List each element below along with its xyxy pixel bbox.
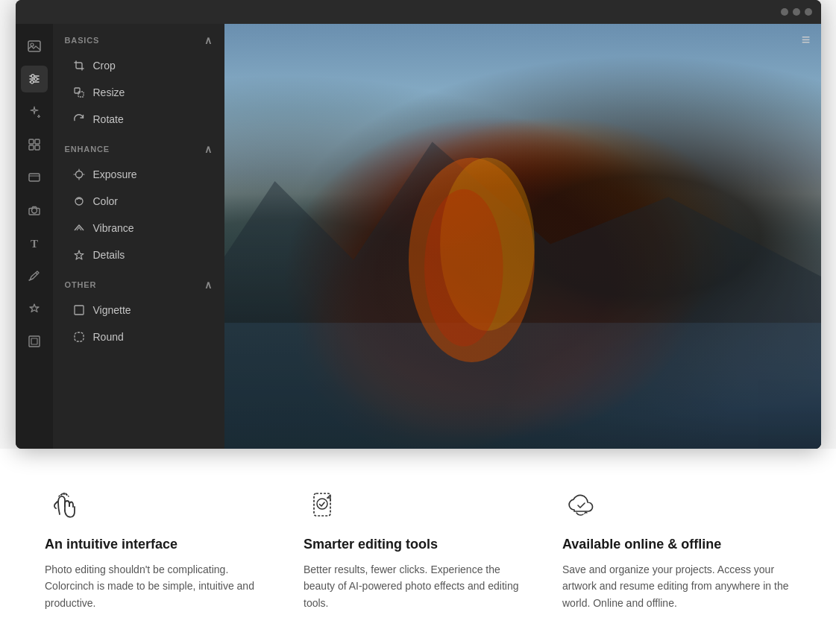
draw-panel-icon[interactable] xyxy=(21,262,48,289)
section-label-other: OTHER xyxy=(65,280,97,289)
features-section: An intuitive interface Photo editing sho… xyxy=(0,449,836,644)
svg-rect-9 xyxy=(35,139,40,144)
tool-color[interactable]: Color xyxy=(57,188,220,215)
feature-icon-intuitive xyxy=(45,486,82,523)
svg-rect-19 xyxy=(78,92,84,97)
svg-point-7 xyxy=(31,80,34,83)
crop-icon xyxy=(72,59,86,72)
rotate-icon xyxy=(72,113,86,126)
tool-color-label: Color xyxy=(93,195,118,207)
stickers-panel-icon[interactable] xyxy=(21,295,48,322)
icon-rail: T xyxy=(16,24,53,449)
section-header-enhance[interactable]: ENHANCE ∧ xyxy=(53,133,224,161)
svg-rect-18 xyxy=(75,88,80,93)
svg-rect-0 xyxy=(28,41,40,51)
tool-crop-label: Crop xyxy=(93,60,116,72)
svg-rect-26 xyxy=(75,306,84,315)
chevron-enhance: ∧ xyxy=(204,143,213,155)
effects-panel-icon[interactable] xyxy=(21,98,48,125)
app-window: T xyxy=(16,0,821,449)
svg-rect-17 xyxy=(31,338,37,344)
tool-round[interactable]: Round xyxy=(57,323,220,350)
svg-point-20 xyxy=(75,171,82,178)
tool-vibrance-label: Vibrance xyxy=(93,222,134,234)
adjust-panel-icon[interactable] xyxy=(21,66,48,92)
color-icon xyxy=(72,195,86,208)
tool-exposure-label: Exposure xyxy=(93,168,137,180)
feature-icon-smarter xyxy=(304,486,341,523)
svg-point-6 xyxy=(34,78,37,80)
svg-rect-27 xyxy=(75,332,84,341)
window-dot-3 xyxy=(805,8,812,16)
tool-resize-label: Resize xyxy=(93,86,125,98)
window-dot-2 xyxy=(793,8,800,16)
tool-vignette[interactable]: Vignette xyxy=(57,297,220,323)
vignette-icon xyxy=(72,303,86,317)
tool-resize[interactable]: Resize xyxy=(57,79,220,106)
feature-title-intuitive: An intuitive interface xyxy=(45,537,274,552)
feature-desc-online: Save and organize your projects. Access … xyxy=(562,561,791,611)
overlay-panel-icon[interactable] xyxy=(21,164,48,191)
exposure-icon xyxy=(72,168,86,181)
tool-details[interactable]: Details xyxy=(57,242,220,268)
feature-card-online: Available online & offline Save and orga… xyxy=(562,486,791,611)
feature-desc-intuitive: Photo editing shouldn't be complicating.… xyxy=(45,561,274,611)
tool-rotate[interactable]: Rotate xyxy=(57,106,220,133)
svg-point-31 xyxy=(424,189,503,347)
svg-rect-11 xyxy=(35,145,40,150)
feature-card-intuitive: An intuitive interface Photo editing sho… xyxy=(45,486,274,611)
canvas-menu-icon[interactable]: ≡ xyxy=(802,31,811,48)
svg-rect-16 xyxy=(29,336,40,347)
section-label-basics: BASICS xyxy=(65,36,100,45)
title-bar xyxy=(16,0,821,24)
svg-rect-12 xyxy=(29,174,40,181)
svg-point-1 xyxy=(31,43,34,46)
frames-panel-icon[interactable] xyxy=(21,328,48,355)
feature-card-smarter: Smarter editing tools Better results, fe… xyxy=(304,486,532,611)
section-label-enhance: ENHANCE xyxy=(65,145,110,154)
resize-icon xyxy=(72,86,86,99)
tool-rotate-label: Rotate xyxy=(93,113,124,125)
canvas-area: ≡ xyxy=(224,24,821,449)
section-header-other[interactable]: OTHER ∧ xyxy=(53,268,224,297)
text-panel-icon[interactable]: T xyxy=(21,230,48,256)
svg-rect-28 xyxy=(224,323,821,449)
ai-tools-icon xyxy=(305,487,339,522)
editor-area: T xyxy=(16,24,821,449)
svg-text:T: T xyxy=(31,238,38,250)
chevron-other: ∧ xyxy=(204,279,213,291)
hand-icon xyxy=(46,487,81,522)
svg-rect-8 xyxy=(29,139,34,144)
round-icon xyxy=(72,330,86,344)
collage-panel-icon[interactable] xyxy=(21,131,48,158)
tool-exposure[interactable]: Exposure xyxy=(57,161,220,188)
tool-details-label: Details xyxy=(93,249,125,261)
tools-panel: BASICS ∧ Crop xyxy=(53,24,224,449)
artwork-image xyxy=(224,24,821,449)
svg-point-5 xyxy=(31,75,34,78)
tool-round-label: Round xyxy=(93,331,124,343)
image-panel-icon[interactable] xyxy=(21,33,48,60)
tool-crop[interactable]: Crop xyxy=(57,52,220,79)
feature-icon-online xyxy=(562,486,600,523)
vibrance-icon xyxy=(72,221,86,235)
section-header-basics[interactable]: BASICS ∧ xyxy=(53,24,224,52)
feature-desc-smarter: Better results, fewer clicks. Experience… xyxy=(304,561,532,611)
tool-vibrance[interactable]: Vibrance xyxy=(57,215,220,242)
svg-point-14 xyxy=(31,208,37,213)
cloud-sync-icon xyxy=(564,487,598,522)
svg-rect-10 xyxy=(29,145,34,150)
camera-filter-icon[interactable] xyxy=(21,197,48,224)
details-icon xyxy=(72,248,86,262)
chevron-basics: ∧ xyxy=(204,34,213,46)
svg-point-33 xyxy=(317,499,327,509)
feature-title-online: Available online & offline xyxy=(562,537,791,552)
window-dot-1 xyxy=(781,8,788,16)
feature-title-smarter: Smarter editing tools xyxy=(304,537,532,552)
tool-vignette-label: Vignette xyxy=(93,304,131,316)
